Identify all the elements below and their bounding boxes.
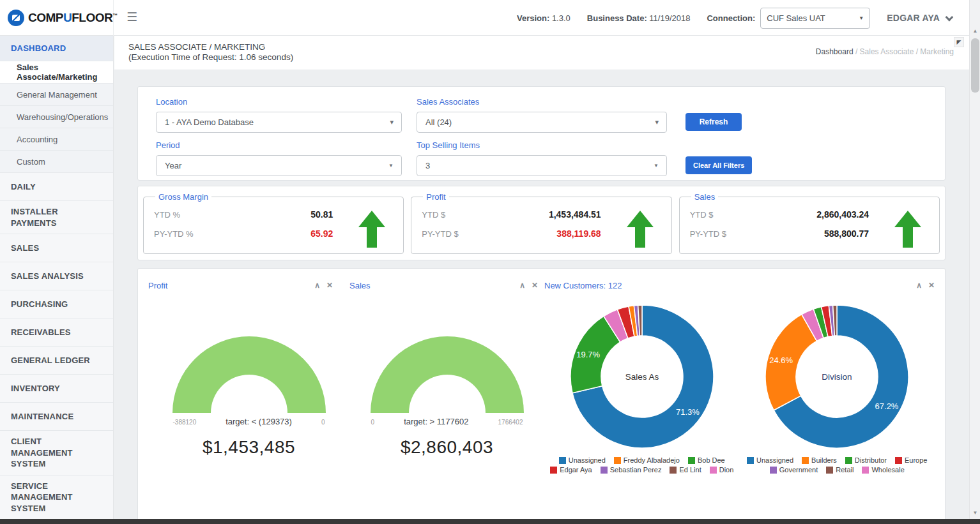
svg-text:Division: Division	[822, 372, 852, 382]
sidebar-item-maintenance[interactable]: MAINTENANCE	[0, 403, 113, 431]
sidebar-item-purchasing[interactable]: PURCHASING	[0, 290, 113, 318]
brand-logo-icon	[8, 10, 24, 26]
legend-label: Edgar Aya	[560, 466, 592, 474]
svg-text:67.2%: 67.2%	[875, 401, 899, 411]
profit-gauge-value: $1,453,485	[203, 437, 295, 458]
legend-item[interactable]: Freddy Albaladejo	[614, 456, 680, 464]
connection-label: Connection:	[707, 13, 755, 23]
trend-up-arrow-icon	[627, 211, 654, 248]
legend-item[interactable]: Unassigned	[747, 456, 793, 464]
collapse-panel-icon[interactable]: ∧	[916, 281, 922, 289]
kpi-title: Gross Margin	[155, 192, 211, 202]
period-select[interactable]: Year ▼	[156, 155, 402, 176]
legend-item[interactable]: Edgar Aya	[550, 466, 592, 474]
connection-select[interactable]: CUF Sales UAT ▼	[760, 8, 870, 29]
legend-label: Unassigned	[569, 456, 606, 464]
breadcrumb-separator: /	[855, 47, 857, 56]
legend-swatch-icon	[802, 457, 809, 464]
legend-swatch-icon	[710, 467, 717, 474]
close-panel-icon[interactable]: ✕	[532, 281, 538, 289]
location-filter: Location 1 - AYA Demo Database ▾	[156, 97, 402, 133]
sidebar-item-service-management-system[interactable]: SERVICE MANAGEMENT SYSTEM	[0, 475, 113, 520]
legend-item[interactable]: Sebastian Perez	[601, 466, 662, 474]
location-select[interactable]: 1 - AYA Demo Database ▾	[156, 112, 402, 133]
top-selling-items-select[interactable]: 3 ▼	[417, 155, 667, 176]
sidebar-item-general-ledger[interactable]: GENERAL LEDGER	[0, 347, 113, 375]
kpi-sales: Sales YTD $2,860,403.24 PY-YTD $588,800.…	[679, 192, 940, 254]
connection-group: Connection: CUF Sales UAT ▼	[707, 8, 870, 29]
legend-swatch-icon	[550, 467, 557, 474]
scroll-up-icon[interactable]: ▲	[970, 26, 980, 36]
gauge-min-label: 0	[371, 419, 375, 426]
division-legend: UnassignedBuildersDistributorEuropeGover…	[747, 456, 927, 475]
legend-item[interactable]: Ed Lint	[670, 466, 701, 474]
legend-swatch-icon	[895, 457, 902, 464]
sidebar-item-client-management-system[interactable]: CLIENT MANAGEMENT SYSTEM	[0, 431, 113, 475]
sidebar-item-general-management[interactable]: General Management	[0, 84, 113, 106]
legend-label: Wholesale	[871, 466, 904, 474]
legend-item[interactable]: Unassigned	[559, 456, 606, 464]
user-menu[interactable]: EDGAR AYA	[887, 13, 951, 23]
legend-label: Unassigned	[756, 456, 793, 464]
business-date-text: Business Date: 11/19/2018	[587, 13, 691, 23]
collapse-panel-icon[interactable]: ∧	[519, 281, 525, 289]
legend-swatch-icon	[688, 457, 695, 464]
period-value: Year	[165, 161, 181, 170]
legend-item[interactable]: Retail	[826, 466, 854, 474]
sidebar-item-installer-payments[interactable]: INSTALLER PAYMENTS	[0, 201, 113, 234]
svg-text:Sales As: Sales As	[625, 372, 659, 382]
top-selling-items-label: Top Selling Items	[417, 140, 667, 150]
scroll-down-icon[interactable]: ▼	[970, 507, 980, 518]
gauge-max-label: 1766402	[498, 419, 523, 426]
legend-item[interactable]: Distributor	[845, 456, 887, 464]
breadcrumb-dashboard-link[interactable]: Dashboard	[816, 47, 854, 56]
sales-associates-label: Sales Associates	[417, 97, 667, 107]
dropdown-arrow-icon: ▼	[654, 163, 659, 168]
svg-text:24.6%: 24.6%	[769, 356, 793, 365]
close-panel-icon[interactable]: ✕	[928, 281, 935, 289]
legend-item[interactable]: Builders	[802, 456, 837, 464]
scrollbar-thumb[interactable]	[971, 38, 979, 93]
sidebar-item-sales-associate-marketing[interactable]: Sales Associate/Marketing	[0, 61, 113, 84]
legend-swatch-icon	[747, 457, 754, 464]
sidebar-item-sales[interactable]: SALES	[0, 234, 113, 262]
sidebar-item-dashboard[interactable]: DASHBOARD	[0, 36, 113, 61]
legend-label: Freddy Albaladejo	[624, 456, 680, 464]
clear-all-filters-button[interactable]: Clear All Filters	[685, 156, 752, 174]
sidebar-item-accounting[interactable]: Accounting	[0, 128, 113, 151]
panel-title: New Customers: 122	[544, 281, 622, 290]
menu-toggle-icon[interactable]: ☰	[126, 10, 137, 24]
sales-gauge-panel: Sales ∧ ✕ 0 target: > 1177602 1766402 $2…	[349, 279, 544, 519]
refresh-button[interactable]: Refresh	[685, 113, 742, 131]
sidebar-item-sales-analysis[interactable]: SALES ANALYSIS	[0, 262, 113, 290]
header-right: Version: 1.3.0 Business Date: 11/19/2018…	[517, 0, 951, 36]
collapse-panel-icon[interactable]: ∧	[314, 281, 320, 289]
execution-time-text: (Execution Time of Request: 1.06 seconds…	[128, 52, 293, 62]
sidebar-item-warehousing-operations[interactable]: Warehousing/Operations	[0, 106, 113, 128]
legend-swatch-icon	[559, 457, 566, 464]
sidebar-item-daily[interactable]: DAILY	[0, 173, 113, 201]
sidebar-nav: DASHBOARD Sales Associate/Marketing Gene…	[0, 36, 114, 519]
sidebar-item-custom[interactable]: Custom	[0, 151, 113, 173]
sales-as-donut-chart: 71.3%19.7%Sales As	[565, 300, 719, 453]
legend-item[interactable]: Bob Dee	[688, 456, 725, 464]
sidebar-item-inventory[interactable]: INVENTORY	[0, 375, 113, 403]
legend-item[interactable]: Wholesale	[862, 466, 904, 474]
gauge-target-label: target: > 1177602	[404, 417, 468, 426]
legend-swatch-icon	[770, 467, 777, 474]
sales-associates-select[interactable]: All (24) ▾	[417, 112, 667, 133]
vertical-scrollbar[interactable]: ▲ ▼	[969, 0, 980, 519]
collapse-header-icon[interactable]: ◤	[954, 37, 964, 47]
legend-item[interactable]: Dion	[710, 466, 734, 474]
sales-gauge-chart	[367, 334, 527, 415]
gauge-max-label: 0	[321, 419, 325, 426]
kpi-title: Sales	[691, 192, 719, 202]
legend-swatch-icon	[845, 457, 852, 464]
legend-item[interactable]: Europe	[895, 456, 927, 464]
location-value: 1 - AYA Demo Database	[165, 117, 254, 127]
sidebar-item-receivables[interactable]: RECEIVABLES	[0, 318, 113, 347]
horizontal-scrollbar[interactable]	[0, 519, 980, 524]
close-panel-icon[interactable]: ✕	[326, 281, 333, 289]
kpi-row-label: PY-YTD $	[690, 229, 726, 239]
legend-item[interactable]: Government	[770, 466, 818, 474]
